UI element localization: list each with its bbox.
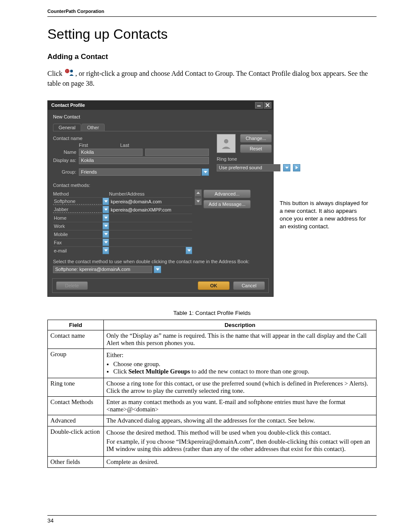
tab-other[interactable]: Other bbox=[81, 124, 105, 131]
method-label: Fax bbox=[53, 240, 102, 245]
intro-paragraph: Click , or right-click a group and choos… bbox=[47, 69, 377, 88]
table-row: Double-click actionChoose the desired me… bbox=[48, 426, 377, 456]
dialog-titlebar[interactable]: Contact Profile bbox=[48, 101, 273, 110]
methods-scrollbar[interactable] bbox=[195, 190, 202, 205]
reset-avatar-button[interactable]: Reset bbox=[240, 144, 272, 153]
method-row: Mobile bbox=[53, 230, 192, 238]
name-label: Name bbox=[53, 149, 79, 155]
section-heading: Adding a Contact bbox=[47, 53, 377, 61]
method-address-dropdown[interactable] bbox=[186, 247, 192, 254]
table-row: AdvancedThe Advanced dialog appears, sho… bbox=[48, 415, 377, 426]
field-cell: Group bbox=[48, 348, 104, 378]
running-header: CounterPath Corporation bbox=[47, 9, 377, 17]
change-avatar-button[interactable]: Change... bbox=[240, 134, 272, 143]
th-description: Description bbox=[104, 320, 377, 330]
method-address[interactable]: kpereira@domainXMPP.com bbox=[109, 207, 192, 212]
method-label: Home bbox=[53, 215, 102, 221]
first-name-field[interactable] bbox=[79, 149, 143, 156]
method-row: Work bbox=[53, 222, 192, 230]
method-type-dropdown[interactable] bbox=[103, 214, 109, 221]
contact-methods-header: Contact methods: bbox=[53, 183, 268, 188]
dialog-title: Contact Profile bbox=[51, 103, 85, 108]
select-method-note: Select the contact method to use when do… bbox=[53, 259, 268, 264]
last-label: Last bbox=[120, 143, 206, 148]
field-cell: Ring tone bbox=[48, 378, 104, 396]
advanced-button[interactable]: Advanced... bbox=[203, 190, 251, 198]
delete-button[interactable]: Delete bbox=[56, 281, 88, 290]
group-dropdown-button[interactable] bbox=[202, 168, 209, 176]
method-type-dropdown[interactable] bbox=[103, 230, 109, 238]
chevron-down-icon bbox=[104, 208, 108, 211]
callout-text: This button is always displayed for a ne… bbox=[280, 199, 370, 231]
chevron-down-icon bbox=[104, 233, 108, 235]
method-type-dropdown[interactable] bbox=[103, 222, 109, 230]
close-button[interactable] bbox=[264, 102, 271, 109]
last-name-field[interactable] bbox=[145, 149, 209, 156]
table-row: Other fieldsComplete as desired. bbox=[48, 456, 377, 467]
scroll-up-button[interactable] bbox=[195, 190, 201, 196]
displayas-field[interactable] bbox=[79, 157, 209, 164]
displayas-label: Display as: bbox=[53, 158, 79, 163]
method-label: Jabber bbox=[53, 207, 102, 213]
ringtone-field[interactable] bbox=[217, 164, 280, 171]
chevron-down-icon bbox=[104, 200, 108, 202]
method-label: Work bbox=[53, 224, 102, 229]
ringtone-dropdown-button[interactable] bbox=[283, 164, 290, 171]
description-cell: Choose a ring tone for this contact, or … bbox=[104, 378, 377, 396]
method-row: Fax bbox=[53, 238, 192, 246]
method-type-dropdown[interactable] bbox=[103, 247, 109, 254]
primary-method-dropdown-button[interactable] bbox=[154, 266, 161, 273]
description-cell: Complete as desired. bbox=[104, 456, 377, 467]
new-contact-label: New Contact bbox=[53, 114, 268, 119]
add-contact-icon bbox=[65, 69, 75, 78]
tab-general[interactable]: General bbox=[53, 124, 81, 131]
group-label: Group: bbox=[53, 169, 79, 174]
svg-point-5 bbox=[224, 139, 228, 143]
method-label: Softphone bbox=[53, 199, 102, 205]
description-cell: Choose the desired method. This method w… bbox=[104, 426, 377, 456]
contact-name-header: Contact name bbox=[53, 136, 209, 141]
field-cell: Other fields bbox=[48, 456, 104, 467]
description-cell: The Advanced dialog appears, showing all… bbox=[104, 415, 377, 426]
table-caption: Table 1: Contact Profile Fields bbox=[47, 310, 377, 316]
method-row: Jabberkpereira@domainXMPP.com bbox=[53, 205, 192, 214]
ok-button[interactable]: OK bbox=[198, 281, 230, 290]
primary-method-field[interactable] bbox=[53, 266, 152, 273]
fields-table: Field Description Contact nameOnly the “… bbox=[47, 320, 377, 468]
method-type-dropdown[interactable] bbox=[103, 239, 109, 246]
table-row: Contact nameOnly the “Display as” name i… bbox=[48, 330, 377, 348]
method-type-dropdown[interactable] bbox=[103, 206, 109, 213]
page-title: Setting up Contacts bbox=[47, 26, 377, 42]
cancel-button[interactable]: Cancel bbox=[233, 281, 265, 290]
chevron-down-icon bbox=[285, 167, 289, 169]
field-cell: Contact Methods bbox=[48, 396, 104, 415]
ringtone-play-button[interactable] bbox=[293, 164, 300, 171]
description-cell: Only the “Display as” name is required. … bbox=[104, 330, 377, 348]
contact-profile-dialog: Contact Profile New Contact General Othe… bbox=[47, 100, 274, 297]
description-cell: Enter as many contact methods as you wan… bbox=[104, 396, 377, 415]
method-label: Mobile bbox=[53, 232, 102, 237]
chevron-down-icon bbox=[104, 217, 108, 219]
scroll-down-button[interactable] bbox=[195, 199, 201, 205]
chevron-down-icon bbox=[104, 249, 108, 252]
chevron-down-icon bbox=[156, 268, 159, 271]
method-row: e-mail bbox=[53, 246, 192, 255]
svg-rect-4 bbox=[257, 106, 261, 106]
avatar bbox=[217, 134, 236, 153]
table-row: Contact MethodsEnter as many contact met… bbox=[48, 396, 377, 415]
method-address[interactable]: kpereira@domainA.com bbox=[109, 199, 192, 204]
field-cell: Double-click action bbox=[48, 426, 104, 456]
minimize-button[interactable] bbox=[255, 102, 263, 109]
th-field: Field bbox=[48, 320, 104, 330]
first-label: First bbox=[79, 143, 118, 148]
add-message-button[interactable]: Add a Message... bbox=[203, 200, 251, 208]
table-row: Ring toneChoose a ring tone for this con… bbox=[48, 378, 377, 396]
chevron-down-icon bbox=[104, 225, 108, 227]
address-column-header: Number/Address bbox=[109, 191, 145, 196]
method-row: Softphonekpereira@domainA.com bbox=[53, 197, 192, 205]
method-column-header: Method bbox=[53, 191, 109, 196]
chevron-down-icon bbox=[204, 171, 207, 173]
group-field[interactable] bbox=[79, 168, 201, 176]
method-label: e-mail bbox=[53, 248, 102, 253]
method-type-dropdown[interactable] bbox=[103, 198, 109, 205]
